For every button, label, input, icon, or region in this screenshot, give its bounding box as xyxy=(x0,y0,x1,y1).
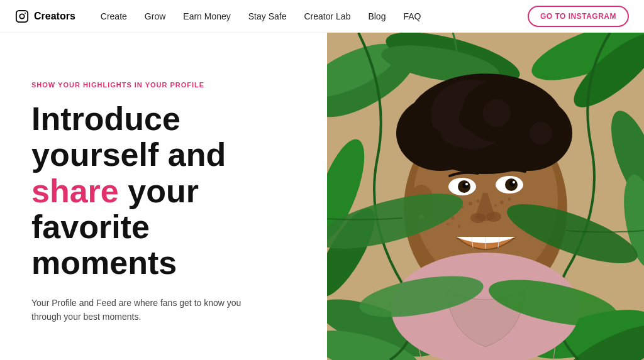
goto-instagram-button[interactable]: GO TO INSTAGRAM xyxy=(528,6,629,27)
headline-part1: Introduce yourself and xyxy=(31,101,226,173)
svg-point-53 xyxy=(458,225,461,228)
svg-point-2 xyxy=(25,13,26,14)
left-panel: SHOW YOUR HIGHLIGHTS IN YOUR PROFILE Int… xyxy=(0,33,327,360)
svg-point-45 xyxy=(469,202,472,205)
svg-point-50 xyxy=(494,204,497,207)
svg-point-46 xyxy=(477,200,480,203)
nav-link-faq[interactable]: FAQ xyxy=(403,11,421,21)
nav-link-stay-safe[interactable]: Stay Safe xyxy=(248,11,287,21)
eyebrow-text: SHOW YOUR HIGHLIGHTS IN YOUR PROFILE xyxy=(31,81,296,89)
nav-link-earn-money[interactable]: Earn Money xyxy=(183,11,230,21)
svg-point-49 xyxy=(508,198,511,201)
main-content: SHOW YOUR HIGHLIGHTS IN YOUR PROFILE Int… xyxy=(0,33,644,360)
hero-subtext: Your Profile and Feed are where fans get… xyxy=(31,296,270,324)
svg-point-28 xyxy=(483,99,511,127)
brand-label: Creators xyxy=(34,11,75,22)
svg-point-41 xyxy=(486,212,501,222)
svg-point-52 xyxy=(447,223,449,226)
nav-link-creator-lab[interactable]: Creator Lab xyxy=(304,11,350,21)
svg-rect-0 xyxy=(16,10,28,21)
svg-point-48 xyxy=(500,200,504,204)
navbar-right: GO TO INSTAGRAM xyxy=(528,6,629,27)
nav-link-blog[interactable]: Blog xyxy=(368,11,386,21)
navbar: Creators Create Grow Earn Money Stay Saf… xyxy=(0,0,644,33)
svg-point-27 xyxy=(459,105,484,130)
nav-link-grow[interactable]: Grow xyxy=(145,11,165,21)
svg-point-34 xyxy=(462,182,469,188)
headline: Introduce yourself and share your favori… xyxy=(31,101,296,281)
instagram-icon xyxy=(15,9,29,23)
svg-point-30 xyxy=(530,122,552,145)
svg-point-1 xyxy=(19,14,24,18)
hero-image xyxy=(327,33,644,360)
svg-point-35 xyxy=(465,183,468,185)
svg-point-31 xyxy=(419,127,442,150)
brand-logo-link[interactable]: Creators xyxy=(15,9,75,23)
svg-point-40 xyxy=(470,213,486,223)
headline-share: share xyxy=(31,173,119,209)
nav-links: Create Grow Earn Money Stay Safe Creator… xyxy=(101,11,421,21)
hero-illustration xyxy=(327,33,644,360)
hero-image-panel xyxy=(327,33,644,360)
svg-point-38 xyxy=(509,180,516,187)
nav-link-create[interactable]: Create xyxy=(101,11,127,21)
svg-point-39 xyxy=(513,181,515,183)
